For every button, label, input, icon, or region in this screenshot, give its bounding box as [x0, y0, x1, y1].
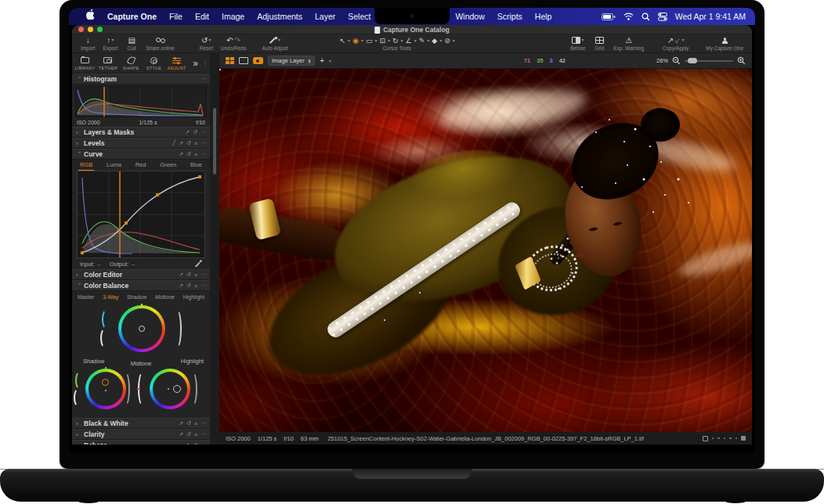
copy-adjustments-icon[interactable]: ↗: [179, 283, 183, 289]
curve-tab-luma[interactable]: Luma: [105, 160, 123, 170]
presets-icon[interactable]: ≡: [194, 421, 197, 427]
shadow-wheel-indicator[interactable]: [102, 379, 109, 386]
tab-shape[interactable]: SHAPE: [120, 56, 143, 70]
apple-menu[interactable]: [80, 8, 101, 25]
zoom-in-icon[interactable]: [737, 56, 746, 65]
panel-header-levels[interactable]: › Levels ╱ ↗ ↺ ≡ ⋯: [72, 138, 210, 149]
grid-toggle[interactable]: Grid: [589, 34, 609, 52]
more-icon[interactable]: ⋯: [201, 272, 206, 278]
erase-tool[interactable]: ⊘: [443, 37, 451, 45]
reset-icon[interactable]: ↺: [186, 420, 191, 427]
more-icon[interactable]: ⋯: [201, 283, 206, 289]
copy-adjustments-icon[interactable]: ↗: [179, 431, 183, 437]
more-icon[interactable]: ⋯: [201, 129, 206, 135]
panel-header-curve[interactable]: › Curve ↗ ↺ ≡ ⋯: [72, 149, 210, 160]
shadow-color-wheel[interactable]: [85, 369, 126, 409]
menu-edit[interactable]: Edit: [189, 8, 215, 25]
exposure-warning-toggle[interactable]: ⚠ Exp. Warning: [609, 34, 648, 52]
my-capture-one-button[interactable]: My Capture One: [702, 34, 747, 52]
tab-more-menu[interactable]: ⋮: [202, 62, 208, 64]
cb-tab-shadow[interactable]: Shadow: [127, 294, 146, 300]
layer-select[interactable]: Image Layer ▲▼: [268, 56, 315, 66]
curve-picker-icon[interactable]: [195, 260, 202, 268]
straighten-tool[interactable]: ∠: [405, 37, 413, 45]
more-icon[interactable]: ⋯: [201, 140, 206, 146]
panel-header-black-white[interactable]: › Black & White ↗ ↺ ≡ ⋯: [72, 418, 210, 429]
search-icon[interactable]: [641, 13, 650, 21]
reset-icon[interactable]: ↺: [186, 140, 191, 146]
reset-icon[interactable]: ↺: [186, 283, 191, 289]
menu-app-name[interactable]: Capture One: [101, 8, 163, 25]
presets-icon[interactable]: ≡: [194, 141, 197, 146]
panel-scrollbar-thumb[interactable]: [213, 108, 216, 175]
midtone-saturation-arc2[interactable]: [100, 328, 110, 348]
heal-tool[interactable]: ◆: [431, 37, 438, 45]
cb-tab-master[interactable]: Master: [78, 294, 94, 300]
midtone-color-wheel[interactable]: [118, 305, 165, 352]
menu-clock[interactable]: Wed Apr 1 9:41 AM: [675, 12, 746, 21]
menu-scripts[interactable]: Scripts: [491, 8, 529, 25]
tab-style[interactable]: STYLE: [143, 56, 165, 70]
more-icon[interactable]: ⋯: [201, 151, 206, 157]
zoom-button[interactable]: [97, 27, 103, 32]
presets-icon[interactable]: ≡: [194, 152, 197, 157]
menu-select[interactable]: Select: [342, 8, 377, 25]
close-button[interactable]: [78, 27, 84, 32]
zoom-level[interactable]: 26%: [656, 57, 668, 64]
single-view-icon[interactable]: [239, 57, 248, 64]
control-center-icon[interactable]: [658, 13, 667, 21]
battery-icon[interactable]: [602, 13, 616, 20]
presets-icon[interactable]: ≡: [194, 432, 197, 437]
before-toggle[interactable]: ▾ Before: [566, 34, 589, 52]
menu-adjustments[interactable]: Adjustments: [251, 8, 309, 25]
menu-help[interactable]: Help: [529, 8, 558, 25]
menu-window[interactable]: Window: [449, 8, 490, 25]
import-button[interactable]: ↓ Import: [77, 34, 99, 52]
reset-button[interactable]: ↺▾ Reset: [196, 34, 217, 52]
copy-adjustments-icon[interactable]: ↗: [185, 129, 190, 135]
zoom-out-icon[interactable]: [672, 56, 681, 65]
copy-apply-button[interactable]: ↗↙▾ Copy/Apply: [659, 34, 692, 52]
reset-icon[interactable]: ↺: [193, 442, 197, 445]
zoom-slider-handle[interactable]: [688, 58, 697, 63]
rating-dot[interactable]: [712, 437, 714, 440]
highlight-color-wheel[interactable]: [150, 369, 190, 409]
curve-tab-rgb[interactable]: RGB: [78, 160, 94, 171]
crop-tool[interactable]: ⊡: [378, 37, 386, 45]
rotate-tool[interactable]: ↻: [392, 37, 399, 45]
rating-dot[interactable]: [717, 437, 720, 440]
reset-icon[interactable]: ↺: [186, 431, 191, 437]
share-online-button[interactable]: Share online: [142, 34, 179, 52]
highlight-wheel-indicator[interactable]: [173, 385, 181, 393]
multi-view-icon[interactable]: [226, 57, 234, 64]
menu-image[interactable]: Image: [215, 8, 251, 25]
zoom-slider[interactable]: [685, 60, 733, 62]
copy-adjustments-icon[interactable]: ↗: [179, 140, 183, 146]
add-layer-chevron[interactable]: ▾: [329, 58, 331, 63]
panel-header-clarity[interactable]: › Clarity ↗ ↺ ≡ ⋯: [72, 429, 210, 440]
more-icon[interactable]: ⋯: [201, 76, 206, 82]
color-tag-checkbox[interactable]: [703, 436, 708, 441]
copy-adjustments-icon[interactable]: ↗: [179, 420, 183, 427]
cb-tab-3way[interactable]: 3-Way: [103, 294, 118, 300]
curve-tab-green[interactable]: Green: [158, 160, 178, 170]
rating-dot[interactable]: [729, 437, 732, 440]
pan-tool[interactable]: ◉: [352, 37, 360, 45]
auto-levels-icon[interactable]: ╱: [172, 140, 175, 146]
more-icon[interactable]: ⋯: [201, 442, 206, 445]
menu-file[interactable]: File: [163, 8, 189, 25]
reset-icon[interactable]: ↺: [186, 151, 191, 157]
rating-dot[interactable]: [735, 437, 738, 440]
panel-header-layers[interactable]: › Layers & Masks ↗ ↺ ⋯: [72, 127, 210, 138]
frame-tool[interactable]: ▭: [365, 37, 374, 45]
more-icon[interactable]: ⋯: [201, 420, 206, 427]
presets-icon[interactable]: ≡: [194, 283, 197, 289]
tab-overflow-chevrons[interactable]: »: [193, 58, 198, 69]
midtone-wheel-indicator[interactable]: [139, 326, 145, 332]
presets-icon[interactable]: ≡: [194, 272, 197, 278]
photo-canvas[interactable]: [219, 69, 752, 432]
panel-header-color-editor[interactable]: › Color Editor ↗ ↺ ≡ ⋯: [72, 269, 210, 280]
more-icon[interactable]: ⋯: [201, 431, 206, 437]
add-layer-button[interactable]: +: [320, 56, 324, 65]
cb-tab-midtone[interactable]: Midtone: [155, 294, 175, 300]
